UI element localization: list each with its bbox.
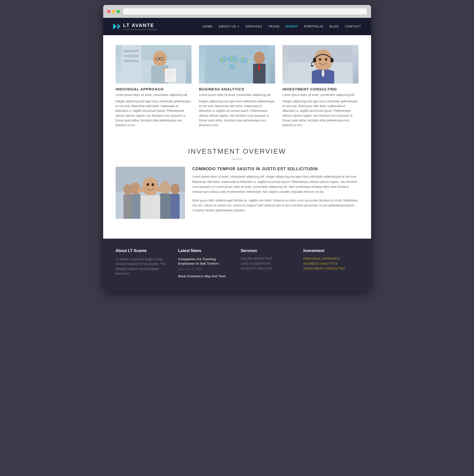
svg-rect-46 xyxy=(171,194,180,219)
svg-rect-34 xyxy=(330,58,333,62)
nav-invest[interactable]: INVEST xyxy=(286,25,298,28)
nav-portfolio[interactable]: PORTFOLIO xyxy=(304,25,323,28)
footer-news-item-2: Bank Customers May Get Their xyxy=(178,274,233,279)
site-header: LT AVANTE Premium Business Template HOME… xyxy=(103,18,371,35)
footer-invest-consulting[interactable]: INVESTMENT CONSULTING xyxy=(303,267,359,270)
card-analytics: $ $ $ € € xyxy=(199,45,275,128)
svg-point-51 xyxy=(137,188,143,193)
overview-article-heading: COMMODO TEMPOR SAGITIS IN JUSTO EST SOLL… xyxy=(192,167,359,171)
svg-text:$: $ xyxy=(221,57,223,61)
maximize-button[interactable] xyxy=(117,10,120,13)
svg-point-35 xyxy=(311,65,313,67)
browser-chrome xyxy=(103,5,371,18)
svg-rect-13 xyxy=(165,69,176,82)
nav-contact[interactable]: CONTACT xyxy=(345,25,361,28)
individual-image-svg xyxy=(116,45,192,84)
browser-window: LT AVANTE Premium Business Template HOME… xyxy=(103,5,371,291)
svg-point-53 xyxy=(147,183,149,186)
footer-news-date-1: December 28, 2015 xyxy=(178,268,202,271)
card-image-consulting xyxy=(283,45,359,84)
overview-text: COMMODO TEMPOR SAGITIS IN JUSTO EST SOLL… xyxy=(192,167,359,219)
arrow-icon-1 xyxy=(113,24,117,29)
card-2-subtitle: Lorem ipsum dolor sit amet, consectetur … xyxy=(199,93,275,97)
card-1-title: INDIVIDUAL APPROACH xyxy=(116,87,192,91)
footer-services-title: Services xyxy=(241,249,296,253)
footer-investment-title: Investment xyxy=(303,249,359,253)
nav-trade[interactable]: TRADE xyxy=(268,25,280,28)
overview-section: INVESTMENT OVERVIEW xyxy=(116,142,359,229)
svg-point-47 xyxy=(124,184,132,195)
analytics-image-svg: $ $ $ € € xyxy=(199,45,275,84)
svg-rect-4 xyxy=(124,55,139,57)
footer-service-lead-generation[interactable]: LEAD GENERATION xyxy=(241,262,296,265)
card-3-body: Integer adipiscing erat eget risus solli… xyxy=(283,99,359,128)
footer-news-item-1: Companies Are Tracking Employees to Nab … xyxy=(178,257,233,271)
footer-service-online-marketing[interactable]: ONLINE MARKETING xyxy=(241,257,296,260)
svg-rect-44 xyxy=(160,194,171,219)
svg-point-49 xyxy=(142,177,158,196)
overview-title: INVESTMENT OVERVIEW xyxy=(116,147,359,155)
footer-news-col: Latest News Companies Are Tracking Emplo… xyxy=(178,249,233,281)
logo-subtitle: Premium Business Template xyxy=(123,28,158,31)
svg-text:$: $ xyxy=(242,56,244,59)
svg-point-32 xyxy=(314,50,332,71)
card-1-subtitle: Lorem ipsum dolor sit amet, consectetur … xyxy=(116,93,192,97)
svg-rect-33 xyxy=(313,58,316,62)
card-2-body: Integer adipiscing erat eget risus solli… xyxy=(199,99,275,128)
browser-dots xyxy=(107,10,120,13)
feature-columns: INDIVIDUAL APPROACH Lorem ipsum dolor si… xyxy=(116,45,359,128)
close-button[interactable] xyxy=(107,10,110,13)
svg-point-37 xyxy=(325,58,327,61)
svg-text:$: $ xyxy=(231,56,233,60)
card-image-individual xyxy=(116,45,192,84)
arrow-icon-2 xyxy=(117,24,121,29)
card-1-body: Integer adipiscing erat eget risus solli… xyxy=(116,99,192,128)
svg-text:€: € xyxy=(248,60,250,63)
nav-about[interactable]: ABOUT US xyxy=(219,25,239,28)
svg-rect-5 xyxy=(124,60,139,62)
logo-arrows xyxy=(113,24,121,29)
svg-text:€: € xyxy=(237,62,238,65)
footer-service-product-analysis[interactable]: PRODUCT ANALYSIS xyxy=(241,267,296,270)
overview-para-1: Lorem ipsum dolor sit amet, consectetur … xyxy=(192,174,359,195)
footer-services-col: Services ONLINE MARKETING LEAD GENERATIO… xyxy=(241,249,296,281)
nav-blog[interactable]: BLOG xyxy=(329,25,339,28)
footer-about-title: About LT Avante xyxy=(116,249,171,253)
minimize-button[interactable] xyxy=(112,10,115,13)
overview-image-svg xyxy=(116,167,185,219)
nav-services[interactable]: SERVICES xyxy=(245,25,262,28)
svg-rect-48 xyxy=(124,195,132,219)
site-footer: About LT Avante LT Avante is premium sin… xyxy=(103,239,371,291)
svg-point-52 xyxy=(157,187,163,192)
address-bar[interactable] xyxy=(123,8,367,15)
nav-home[interactable]: HOME xyxy=(203,25,213,28)
footer-about-text: LT Avante is premium single & clear Joom… xyxy=(116,257,171,276)
svg-point-24 xyxy=(254,52,265,64)
logo-name: LT AVANTE xyxy=(123,23,158,28)
card-2-title: BUSINESS ANALYTICS xyxy=(199,87,275,91)
svg-point-36 xyxy=(319,58,321,61)
footer-investment-col: Investment INDIVIDUAL APPROACH BUSINESS … xyxy=(303,249,359,281)
card-3-title: INVESTMENT CONSULTING xyxy=(283,87,359,91)
card-consulting: INVESTMENT CONSULTING Lorem ipsum dolor … xyxy=(283,45,359,128)
card-individual: INDIVIDUAL APPROACH Lorem ipsum dolor si… xyxy=(116,45,192,128)
footer-news-link-2[interactable]: Bank Customers May Get Their xyxy=(178,274,233,279)
site-wrapper: LT AVANTE Premium Business Template HOME… xyxy=(103,18,371,291)
footer-news-link-1[interactable]: Companies Are Tracking Employees to Nab … xyxy=(178,257,233,266)
overview-content: COMMODO TEMPOR SAGITIS IN JUSTO EST SOLL… xyxy=(116,167,359,219)
footer-invest-analytics[interactable]: BUSINESS ANALYTICS xyxy=(303,262,359,265)
svg-point-45 xyxy=(171,184,180,195)
svg-point-54 xyxy=(152,183,154,186)
logo[interactable]: LT AVANTE Premium Business Template xyxy=(113,23,158,31)
chevron-down-icon xyxy=(237,26,239,27)
overview-image xyxy=(116,167,185,219)
svg-rect-3 xyxy=(124,50,139,52)
overview-para-2: Nunc purus nibh; eleifend eget facilisis… xyxy=(192,198,359,213)
main-content: INDIVIDUAL APPROACH Lorem ipsum dolor si… xyxy=(103,35,371,239)
card-3-subtitle: Lorem ipsum dolor sit amet, consectetur … xyxy=(283,93,359,97)
footer-news-title: Latest News xyxy=(178,249,233,253)
section-divider xyxy=(232,159,242,159)
card-image-analytics: $ $ $ € € xyxy=(199,45,275,84)
footer-invest-individual[interactable]: INDIVIDUAL APPROACH xyxy=(303,257,359,260)
logo-text: LT AVANTE Premium Business Template xyxy=(123,23,158,31)
